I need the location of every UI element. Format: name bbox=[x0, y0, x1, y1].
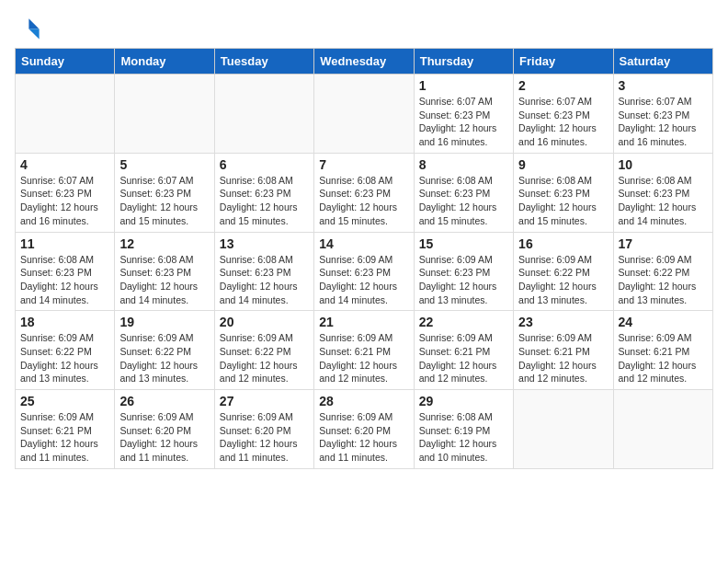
day-number: 11 bbox=[20, 236, 109, 251]
day-number: 27 bbox=[220, 394, 309, 408]
day-number: 7 bbox=[319, 157, 408, 172]
calendar-cell: 7Sunrise: 6:08 AM Sunset: 6:23 PM Daylig… bbox=[314, 153, 414, 232]
day-number: 14 bbox=[319, 236, 408, 251]
col-header-thursday: Thursday bbox=[414, 49, 513, 75]
day-number: 12 bbox=[119, 236, 209, 251]
calendar-cell: 15Sunrise: 6:09 AM Sunset: 6:23 PM Dayli… bbox=[414, 232, 513, 311]
day-number: 1 bbox=[419, 78, 508, 93]
day-info: Sunrise: 6:08 AM Sunset: 6:19 PM Dayligh… bbox=[419, 410, 508, 465]
calendar-cell: 17Sunrise: 6:09 AM Sunset: 6:22 PM Dayli… bbox=[613, 232, 712, 311]
day-info: Sunrise: 6:09 AM Sunset: 6:20 PM Dayligh… bbox=[119, 410, 209, 465]
day-number: 19 bbox=[119, 315, 209, 329]
calendar-header-row: SundayMondayTuesdayWednesdayThursdayFrid… bbox=[16, 49, 713, 75]
calendar-cell: 29Sunrise: 6:08 AM Sunset: 6:19 PM Dayli… bbox=[414, 390, 513, 469]
day-number: 23 bbox=[518, 315, 608, 329]
day-info: Sunrise: 6:09 AM Sunset: 6:21 PM Dayligh… bbox=[419, 331, 508, 385]
day-number: 5 bbox=[119, 157, 209, 172]
calendar-cell: 18Sunrise: 6:09 AM Sunset: 6:22 PM Dayli… bbox=[16, 311, 115, 390]
calendar-cell: 24Sunrise: 6:09 AM Sunset: 6:21 PM Dayli… bbox=[613, 311, 712, 390]
day-info: Sunrise: 6:07 AM Sunset: 6:23 PM Dayligh… bbox=[419, 95, 508, 149]
svg-marker-1 bbox=[28, 29, 39, 39]
calendar-cell: 4Sunrise: 6:07 AM Sunset: 6:23 PM Daylig… bbox=[16, 153, 115, 232]
calendar-cell: 1Sunrise: 6:07 AM Sunset: 6:23 PM Daylig… bbox=[414, 75, 513, 154]
calendar-cell bbox=[214, 75, 313, 154]
day-number: 15 bbox=[419, 236, 508, 251]
calendar-cell: 11Sunrise: 6:08 AM Sunset: 6:23 PM Dayli… bbox=[16, 232, 115, 311]
day-info: Sunrise: 6:08 AM Sunset: 6:23 PM Dayligh… bbox=[220, 253, 309, 307]
calendar-cell: 8Sunrise: 6:08 AM Sunset: 6:23 PM Daylig… bbox=[414, 153, 513, 232]
calendar-cell bbox=[16, 75, 115, 154]
calendar-cell bbox=[115, 75, 214, 154]
day-info: Sunrise: 6:09 AM Sunset: 6:20 PM Dayligh… bbox=[319, 410, 408, 465]
day-info: Sunrise: 6:09 AM Sunset: 6:21 PM Dayligh… bbox=[619, 331, 708, 385]
day-number: 17 bbox=[619, 236, 708, 251]
calendar-cell: 25Sunrise: 6:09 AM Sunset: 6:21 PM Dayli… bbox=[16, 390, 115, 469]
calendar-cell: 6Sunrise: 6:08 AM Sunset: 6:23 PM Daylig… bbox=[214, 153, 313, 232]
calendar-cell: 26Sunrise: 6:09 AM Sunset: 6:20 PM Dayli… bbox=[115, 390, 214, 469]
day-info: Sunrise: 6:09 AM Sunset: 6:22 PM Dayligh… bbox=[20, 331, 109, 385]
calendar-cell: 10Sunrise: 6:08 AM Sunset: 6:23 PM Dayli… bbox=[613, 153, 712, 232]
day-info: Sunrise: 6:08 AM Sunset: 6:23 PM Dayligh… bbox=[619, 174, 708, 228]
day-info: Sunrise: 6:08 AM Sunset: 6:23 PM Dayligh… bbox=[518, 174, 608, 228]
day-info: Sunrise: 6:09 AM Sunset: 6:21 PM Dayligh… bbox=[20, 410, 109, 465]
calendar-cell: 28Sunrise: 6:09 AM Sunset: 6:20 PM Dayli… bbox=[314, 390, 414, 469]
day-number: 29 bbox=[419, 394, 508, 408]
day-info: Sunrise: 6:07 AM Sunset: 6:23 PM Dayligh… bbox=[619, 95, 708, 149]
day-info: Sunrise: 6:09 AM Sunset: 6:23 PM Dayligh… bbox=[319, 253, 408, 307]
calendar-cell bbox=[613, 390, 712, 469]
calendar-cell: 9Sunrise: 6:08 AM Sunset: 6:23 PM Daylig… bbox=[514, 153, 613, 232]
day-number: 28 bbox=[319, 394, 408, 408]
day-number: 9 bbox=[518, 157, 608, 172]
day-info: Sunrise: 6:08 AM Sunset: 6:23 PM Dayligh… bbox=[220, 174, 309, 228]
calendar-week-row: 25Sunrise: 6:09 AM Sunset: 6:21 PM Dayli… bbox=[16, 390, 713, 469]
col-header-sunday: Sunday bbox=[16, 49, 115, 75]
calendar-cell: 27Sunrise: 6:09 AM Sunset: 6:20 PM Dayli… bbox=[214, 390, 313, 469]
col-header-wednesday: Wednesday bbox=[314, 49, 414, 75]
calendar-cell bbox=[314, 75, 414, 154]
svg-marker-0 bbox=[28, 18, 39, 29]
calendar-cell: 21Sunrise: 6:09 AM Sunset: 6:21 PM Dayli… bbox=[314, 311, 414, 390]
calendar-week-row: 18Sunrise: 6:09 AM Sunset: 6:22 PM Dayli… bbox=[16, 311, 713, 390]
day-info: Sunrise: 6:09 AM Sunset: 6:22 PM Dayligh… bbox=[119, 331, 209, 385]
calendar-cell bbox=[514, 390, 613, 469]
day-info: Sunrise: 6:07 AM Sunset: 6:23 PM Dayligh… bbox=[518, 95, 608, 149]
calendar-cell: 12Sunrise: 6:08 AM Sunset: 6:23 PM Dayli… bbox=[115, 232, 214, 311]
calendar-cell: 13Sunrise: 6:08 AM Sunset: 6:23 PM Dayli… bbox=[214, 232, 313, 311]
day-info: Sunrise: 6:09 AM Sunset: 6:21 PM Dayligh… bbox=[518, 331, 608, 385]
day-number: 13 bbox=[220, 236, 309, 251]
day-number: 20 bbox=[220, 315, 309, 329]
calendar-week-row: 11Sunrise: 6:08 AM Sunset: 6:23 PM Dayli… bbox=[16, 232, 713, 311]
col-header-friday: Friday bbox=[514, 49, 613, 75]
day-number: 24 bbox=[619, 315, 708, 329]
calendar-cell: 23Sunrise: 6:09 AM Sunset: 6:21 PM Dayli… bbox=[514, 311, 613, 390]
col-header-saturday: Saturday bbox=[613, 49, 712, 75]
day-number: 6 bbox=[220, 157, 309, 172]
day-number: 18 bbox=[20, 315, 109, 329]
calendar-cell: 2Sunrise: 6:07 AM Sunset: 6:23 PM Daylig… bbox=[514, 75, 613, 154]
day-info: Sunrise: 6:09 AM Sunset: 6:20 PM Dayligh… bbox=[220, 410, 309, 465]
day-info: Sunrise: 6:08 AM Sunset: 6:23 PM Dayligh… bbox=[319, 174, 408, 228]
day-number: 16 bbox=[518, 236, 608, 251]
day-info: Sunrise: 6:09 AM Sunset: 6:21 PM Dayligh… bbox=[319, 331, 408, 385]
col-header-tuesday: Tuesday bbox=[214, 49, 313, 75]
calendar-cell: 16Sunrise: 6:09 AM Sunset: 6:22 PM Dayli… bbox=[514, 232, 613, 311]
calendar-cell: 3Sunrise: 6:07 AM Sunset: 6:23 PM Daylig… bbox=[613, 75, 712, 154]
day-number: 10 bbox=[619, 157, 708, 172]
day-info: Sunrise: 6:09 AM Sunset: 6:23 PM Dayligh… bbox=[419, 253, 508, 307]
calendar-cell: 5Sunrise: 6:07 AM Sunset: 6:23 PM Daylig… bbox=[115, 153, 214, 232]
col-header-monday: Monday bbox=[115, 49, 214, 75]
day-number: 8 bbox=[419, 157, 508, 172]
day-info: Sunrise: 6:09 AM Sunset: 6:22 PM Dayligh… bbox=[220, 331, 309, 385]
logo bbox=[15, 15, 44, 40]
calendar: SundayMondayTuesdayWednesdayThursdayFrid… bbox=[15, 48, 713, 469]
day-info: Sunrise: 6:07 AM Sunset: 6:23 PM Dayligh… bbox=[119, 174, 209, 228]
day-info: Sunrise: 6:08 AM Sunset: 6:23 PM Dayligh… bbox=[419, 174, 508, 228]
day-info: Sunrise: 6:08 AM Sunset: 6:23 PM Dayligh… bbox=[20, 253, 109, 307]
calendar-cell: 20Sunrise: 6:09 AM Sunset: 6:22 PM Dayli… bbox=[214, 311, 313, 390]
day-info: Sunrise: 6:08 AM Sunset: 6:23 PM Dayligh… bbox=[119, 253, 209, 307]
calendar-week-row: 4Sunrise: 6:07 AM Sunset: 6:23 PM Daylig… bbox=[16, 153, 713, 232]
day-info: Sunrise: 6:09 AM Sunset: 6:22 PM Dayligh… bbox=[619, 253, 708, 307]
day-info: Sunrise: 6:07 AM Sunset: 6:23 PM Dayligh… bbox=[20, 174, 109, 228]
day-number: 2 bbox=[518, 78, 608, 93]
calendar-cell: 19Sunrise: 6:09 AM Sunset: 6:22 PM Dayli… bbox=[115, 311, 214, 390]
